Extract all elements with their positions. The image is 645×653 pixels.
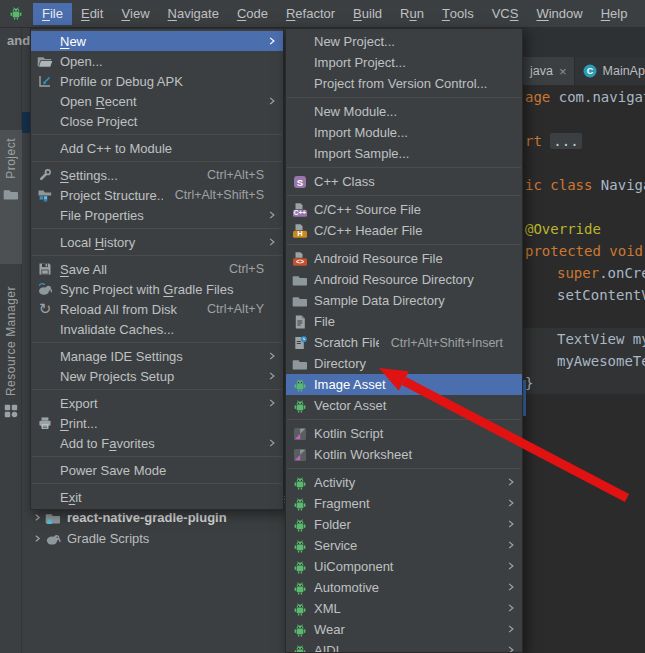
menu-item-file-properties[interactable]: File Properties bbox=[31, 205, 283, 225]
menu-item-close-project[interactable]: Close Project bbox=[31, 111, 283, 131]
menu-item-new-projects-setup[interactable]: New Projects Setup bbox=[31, 366, 283, 386]
toolwindow-tab-resource-manager[interactable]: Resource Manager bbox=[0, 278, 22, 440]
menubar-item-vcs[interactable]: VCS bbox=[483, 3, 528, 25]
menu-item-power-save-mode[interactable]: Power Save Mode bbox=[31, 460, 283, 480]
menu-item-sample-data-directory[interactable]: Sample Data Directory bbox=[286, 290, 522, 311]
menubar-item-run[interactable]: Run bbox=[391, 3, 433, 25]
submenu-arrow-icon bbox=[503, 517, 516, 532]
menu-item-label: Kotlin Worksheet bbox=[314, 447, 503, 462]
tree-expand-chevron-icon[interactable] bbox=[29, 531, 45, 547]
menu-item-folder[interactable]: Folder bbox=[286, 514, 522, 535]
menu-item-aidl[interactable]: AIDL bbox=[286, 640, 522, 653]
editor-tab-mainapp[interactable]: CMainApp bbox=[575, 57, 645, 85]
menu-item-settings[interactable]: Settings...Ctrl+Alt+S bbox=[31, 165, 283, 185]
menu-item-manage-ide-settings[interactable]: Manage IDE Settings bbox=[31, 346, 283, 366]
menu-item-export[interactable]: Export bbox=[31, 393, 283, 413]
menu-item-label: AIDL bbox=[314, 643, 503, 653]
menu-item-import-module[interactable]: Import Module... bbox=[286, 122, 522, 143]
menu-item-new-module[interactable]: New Module... bbox=[286, 101, 522, 122]
code-line: @Override bbox=[523, 218, 645, 240]
menu-item-label: Settings... bbox=[60, 168, 195, 183]
menu-item-exit[interactable]: Exit bbox=[31, 487, 283, 507]
menu-item-project-structure[interactable]: Project Structure...Ctrl+Alt+Shift+S bbox=[31, 185, 283, 205]
android-icon bbox=[292, 601, 308, 617]
menu-item-fragment[interactable]: Fragment bbox=[286, 493, 522, 514]
menu-item-file[interactable]: File bbox=[286, 311, 522, 332]
menubar-item-help[interactable]: Help bbox=[592, 3, 637, 25]
menu-item-new[interactable]: New bbox=[31, 31, 283, 51]
submenu-arrow-icon bbox=[264, 349, 277, 364]
menubar-item-view[interactable]: View bbox=[112, 3, 158, 25]
menu-item-c-class[interactable]: SC++ Class bbox=[286, 171, 522, 192]
toolwindow-tab-label: Project bbox=[4, 138, 18, 179]
scratch-file-icon bbox=[292, 335, 308, 351]
menu-item-xml[interactable]: XML bbox=[286, 598, 522, 619]
menu-item-scratch-file[interactable]: Scratch FileCtrl+Alt+Shift+Insert bbox=[286, 332, 522, 353]
menubar-item-tools[interactable]: Tools bbox=[433, 3, 483, 25]
menu-item-kotlin-worksheet[interactable]: Kotlin Worksheet bbox=[286, 444, 522, 465]
menu-separator bbox=[31, 386, 283, 393]
menu-item-label: Import Project... bbox=[314, 55, 503, 70]
submenu-arrow-icon bbox=[264, 369, 277, 384]
android-studio-window: res (generated)react-native-gradle-plugi… bbox=[0, 0, 645, 653]
svg-text:C: C bbox=[586, 66, 593, 76]
toolwindow-tab-project[interactable]: Project bbox=[0, 130, 22, 264]
tree-item-react-native-gradle-plugin[interactable]: react-native-gradle-plugin bbox=[29, 508, 227, 527]
menu-item-invalidate-caches[interactable]: Invalidate Caches... bbox=[31, 319, 283, 339]
code-line: setContentVi bbox=[523, 284, 645, 306]
menu-item-profile-or-debug-apk[interactable]: Profile or Debug APK bbox=[31, 71, 283, 91]
menu-item-import-sample[interactable]: Import Sample... bbox=[286, 143, 522, 164]
menu-item-open-recent[interactable]: Open Recent bbox=[31, 91, 283, 111]
submenu-arrow-icon bbox=[503, 496, 516, 511]
menu-item-save-all[interactable]: Save AllCtrl+S bbox=[31, 259, 283, 279]
menubar-item-edit[interactable]: Edit bbox=[72, 3, 112, 25]
menu-item-label: Manage IDE Settings bbox=[60, 349, 264, 364]
menu-item-wear[interactable]: Wear bbox=[286, 619, 522, 640]
menu-item-open[interactable]: Open... bbox=[31, 51, 283, 71]
menu-item-android-resource-file[interactable]: <>Android Resource File bbox=[286, 248, 522, 269]
menu-item-kotlin-script[interactable]: Kotlin Script bbox=[286, 423, 522, 444]
menu-item-uicomponent[interactable]: UiComponent bbox=[286, 556, 522, 577]
menubar-item-window[interactable]: Window bbox=[527, 3, 591, 25]
menu-item-local-history[interactable]: Local History bbox=[31, 232, 283, 252]
menu-item-sync-project-with-gradle-files[interactable]: Sync Project with Gradle Files bbox=[31, 279, 283, 299]
menu-item-print[interactable]: Print... bbox=[31, 413, 283, 433]
menu-separator bbox=[286, 192, 522, 199]
menu-item-label: Sync Project with Gradle Files bbox=[60, 282, 264, 297]
folder-open-icon bbox=[37, 53, 53, 69]
submenu-arrow-icon bbox=[503, 538, 516, 553]
menu-item-add-c-to-module[interactable]: Add C++ to Module bbox=[31, 138, 283, 158]
menubar-item-refactor[interactable]: Refactor bbox=[277, 3, 344, 25]
tool-window-bar: ProjectResource Manager bbox=[0, 28, 22, 653]
menubar-item-navigate[interactable]: Navigate bbox=[159, 3, 228, 25]
menu-item-new-project[interactable]: New Project... bbox=[286, 31, 522, 52]
menu-item-reload-all-from-disk[interactable]: ↻Reload All from DiskCtrl+Alt+Y bbox=[31, 299, 283, 319]
menu-item-image-asset[interactable]: Image Asset bbox=[286, 374, 522, 395]
android-icon bbox=[292, 622, 308, 638]
menu-item-vector-asset[interactable]: Vector Asset bbox=[286, 395, 522, 416]
menu-item-c-c-source-file[interactable]: C++C/C++ Source File bbox=[286, 199, 522, 220]
menu-item-c-c-header-file[interactable]: HC/C++ Header File bbox=[286, 220, 522, 241]
reload-icon: ↻ bbox=[37, 301, 53, 317]
tree-expand-chevron-icon[interactable] bbox=[29, 510, 45, 526]
tab-close-icon[interactable]: × bbox=[559, 64, 567, 79]
tree-item-gradle-scripts[interactable]: Gradle Scripts bbox=[29, 529, 149, 548]
menu-item-import-project[interactable]: Import Project... bbox=[286, 52, 522, 73]
code-line: protected void bbox=[523, 240, 645, 262]
menu-item-label: Project from Version Control... bbox=[314, 76, 503, 91]
menu-item-android-resource-directory[interactable]: Android Resource Directory bbox=[286, 269, 522, 290]
editor-tab-java[interactable]: java× bbox=[523, 57, 575, 85]
menu-separator bbox=[31, 339, 283, 346]
menu-item-activity[interactable]: Activity bbox=[286, 472, 522, 493]
menu-item-directory[interactable]: Directory bbox=[286, 353, 522, 374]
menu-item-service[interactable]: Service bbox=[286, 535, 522, 556]
menu-item-add-to-favorites[interactable]: Add to Favorites bbox=[31, 433, 283, 453]
menubar-item-code[interactable]: Code bbox=[228, 3, 277, 25]
code-area: age com.navigatirt ...ic class Navigat@O… bbox=[523, 86, 645, 394]
menu-item-label: New Project... bbox=[314, 34, 503, 49]
menubar-item-file[interactable]: File bbox=[33, 3, 72, 25]
menu-item-automotive[interactable]: Automotive bbox=[286, 577, 522, 598]
menubar-item-build[interactable]: Build bbox=[344, 3, 391, 25]
editor-pane[interactable]: java×CMainApp age com.navigatirt ...ic c… bbox=[523, 28, 645, 653]
menu-item-project-from-version-control[interactable]: Project from Version Control... bbox=[286, 73, 522, 94]
